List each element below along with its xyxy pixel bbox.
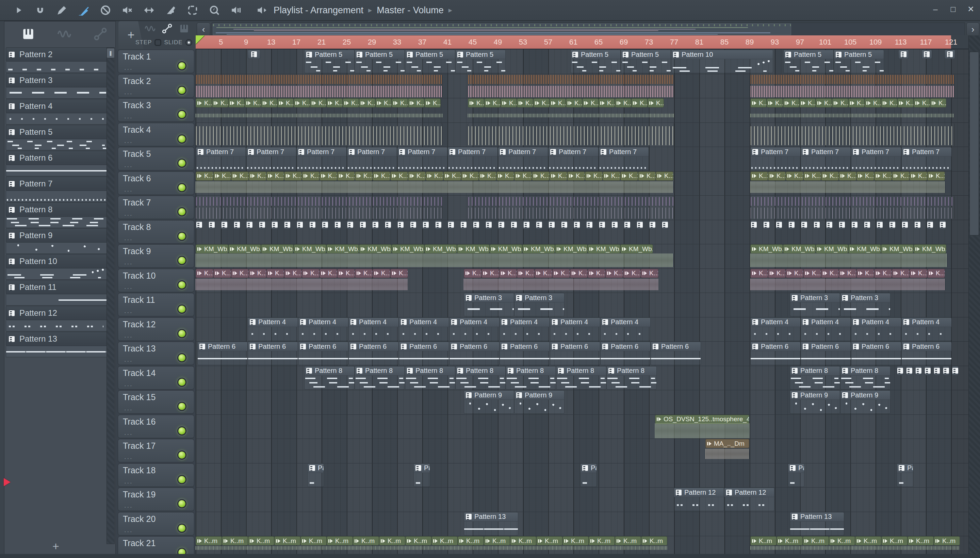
audio-clip-k-1[interactable]: K..1 xyxy=(588,269,605,278)
audio-waveform[interactable] xyxy=(464,279,658,290)
pattern-clip-pattern-9[interactable]: Pattern 9 xyxy=(464,390,514,414)
slide-toggle[interactable] xyxy=(185,39,192,46)
audio-clip-k-1[interactable]: K..1 xyxy=(266,269,284,278)
track-header-10[interactable]: Track 10 ... xyxy=(118,269,194,292)
pattern-clip-small[interactable] xyxy=(422,220,429,229)
pattern-clip-small[interactable] xyxy=(359,220,366,229)
audio-clip-k-1[interactable]: K..1 xyxy=(892,269,909,278)
pattern-clip-small[interactable] xyxy=(523,220,530,229)
audio-clip-k-1[interactable]: K..1 xyxy=(874,269,892,278)
audio-clip-k-1[interactable]: K..1 xyxy=(927,269,945,278)
pattern-clip-pa..1[interactable]: Pa..1 xyxy=(580,463,597,487)
track-mute-led[interactable] xyxy=(177,377,187,387)
track-mute-led[interactable] xyxy=(177,86,187,95)
pattern-clip-small[interactable] xyxy=(952,366,959,375)
audio-clip-k-1[interactable]: K..1 xyxy=(196,269,213,278)
pattern-clip-small[interactable] xyxy=(347,220,353,229)
track-options[interactable]: ... xyxy=(124,307,133,315)
audio-tick-strip[interactable] xyxy=(196,114,442,117)
track-options[interactable]: ... xyxy=(124,210,133,217)
close-button[interactable]: ✕ xyxy=(966,5,975,14)
audio-clip-k-1[interactable]: K..1 xyxy=(605,269,623,278)
audio-clip-k-1[interactable]: K..1 xyxy=(552,269,570,278)
scroll-left-button[interactable]: ‹ xyxy=(197,23,210,36)
audio-clip-k-4[interactable]: K..4 xyxy=(550,98,566,108)
audio-clip-k-1[interactable]: K..1 xyxy=(249,269,266,278)
audio-clip-k-m[interactable]: K..m xyxy=(327,536,353,545)
pattern-clip-pattern-5[interactable]: Pattern 5 xyxy=(783,50,834,73)
pattern-clip-pattern-4[interactable]: Pattern 4 xyxy=(449,317,499,341)
audio-clip-k-m[interactable]: K..m xyxy=(405,536,432,545)
picker-tab-patterns[interactable] xyxy=(21,26,36,43)
audio-clip-k-4[interactable]: K..4 xyxy=(648,98,664,108)
pattern-clip-pattern-10[interactable]: Pattern 10 xyxy=(671,50,773,73)
maximize-button[interactable]: □ xyxy=(949,5,957,14)
track-options[interactable]: ... xyxy=(124,502,133,509)
pattern-clip-small[interactable] xyxy=(322,220,328,229)
track-mute-led[interactable] xyxy=(177,450,187,460)
audio-clip-k-4[interactable]: K..4 xyxy=(359,98,375,108)
pattern-clip-small[interactable] xyxy=(271,220,278,229)
audio-clip-k-m[interactable]: K..m xyxy=(615,536,641,545)
pattern-clip-pattern-6[interactable]: Pattern 6 xyxy=(651,341,701,365)
pattern-clip-pattern-7[interactable]: Pattern 7 xyxy=(901,147,952,171)
pattern-item-pattern-5[interactable]: Pattern 5 xyxy=(6,125,107,150)
pattern-clip-pattern-4[interactable]: Pattern 4 xyxy=(399,317,449,341)
track-options[interactable]: ... xyxy=(124,429,133,437)
pattern-clip-pattern-4[interactable]: Pattern 4 xyxy=(550,317,600,341)
audio-clip-k-m[interactable]: K..m xyxy=(803,536,829,545)
audio-clip-k-4[interactable]: K..4 xyxy=(484,98,501,108)
audio-clip-k-4[interactable]: K..4 xyxy=(228,98,245,108)
pattern-clip-small[interactable] xyxy=(561,220,568,229)
pattern-item-pattern-7[interactable]: Pattern 7 xyxy=(6,177,107,202)
pattern-clip-small[interactable] xyxy=(933,366,940,375)
pattern-clip-pattern-8[interactable]: Pattern 8 xyxy=(556,366,606,390)
playlist-tool-tab-automation[interactable] xyxy=(161,23,173,36)
audio-clip-k-1[interactable]: K..1 xyxy=(750,269,768,278)
audio-clip-k-1[interactable]: K..1 xyxy=(284,269,302,278)
audio-tick-strip[interactable] xyxy=(750,546,960,550)
pattern-clip-small[interactable] xyxy=(624,220,630,229)
pattern-clip-pattern-6[interactable]: Pattern 6 xyxy=(600,341,651,365)
pattern-clip-small[interactable] xyxy=(851,220,858,229)
audio-clip-k-4[interactable]: K..4 xyxy=(424,98,441,108)
audio-clip-k-m[interactable]: K..m xyxy=(510,536,536,545)
step-toggle[interactable] xyxy=(154,39,161,46)
pattern-clip-pa..1[interactable]: Pa..1 xyxy=(307,463,324,487)
pattern-clip-pattern-7[interactable]: Pattern 7 xyxy=(801,147,851,171)
pattern-clip-small[interactable] xyxy=(813,220,820,229)
audio-clip-k-4[interactable]: K..4 xyxy=(897,98,914,108)
audio-clip-k-4[interactable]: K..4 xyxy=(914,98,930,108)
audio-tick-strip[interactable] xyxy=(750,114,954,117)
pattern-item-pattern-3[interactable]: Pattern 3 xyxy=(6,73,107,98)
pattern-clip-pattern-4[interactable]: Pattern 4 xyxy=(901,317,952,341)
audio-waveform[interactable] xyxy=(196,279,408,290)
audio-clip-k-1[interactable]: K..1 xyxy=(750,171,768,181)
track-mute-led[interactable] xyxy=(177,281,187,290)
pattern-item-pattern-6[interactable]: Pattern 6 xyxy=(6,151,107,176)
track-mute-led[interactable] xyxy=(177,524,187,533)
audio-clip-k-m[interactable]: K..m xyxy=(934,536,960,545)
audio-clip-k-1[interactable]: K..1 xyxy=(496,171,514,181)
pattern-clip-small[interactable] xyxy=(939,220,946,229)
audio-clip-k-4[interactable]: K..4 xyxy=(343,98,359,108)
audio-clip-km-wb-r-12[interactable]: KM_Wb..R_12 xyxy=(750,244,783,253)
audio-clip-km-wb-r-12[interactable]: KM_Wb..R_12 xyxy=(261,244,294,253)
audio-clip-k-1[interactable]: K..1 xyxy=(464,269,481,278)
pattern-clip-pa..1[interactable]: Pa..1 xyxy=(788,463,804,487)
pattern-list-scroll-handle[interactable]: ❚ xyxy=(107,48,115,58)
pattern-clip-pattern-5[interactable]: Pattern 5 xyxy=(570,50,621,73)
pattern-item-pattern-11[interactable]: Pattern 11 xyxy=(6,280,107,305)
pattern-clip-pattern-7[interactable]: Pattern 7 xyxy=(599,147,649,171)
audio-clip-k-1[interactable]: K..1 xyxy=(857,269,874,278)
track-mute-led[interactable] xyxy=(177,499,187,508)
pattern-clip-pattern-5[interactable]: Pattern 5 xyxy=(455,50,506,73)
track-header-9[interactable]: Track 9 ... xyxy=(118,244,194,268)
pattern-clip-small[interactable] xyxy=(942,366,949,375)
audio-waveform[interactable] xyxy=(750,279,945,290)
audio-clip-k-1[interactable]: K..1 xyxy=(821,171,839,181)
track-mute-led[interactable] xyxy=(177,475,187,484)
pattern-item-pattern-2[interactable]: Pattern 2 xyxy=(6,47,107,73)
pattern-clip-notes[interactable] xyxy=(750,123,954,146)
pattern-clip-pattern-7[interactable]: Pattern 7 xyxy=(851,147,901,171)
